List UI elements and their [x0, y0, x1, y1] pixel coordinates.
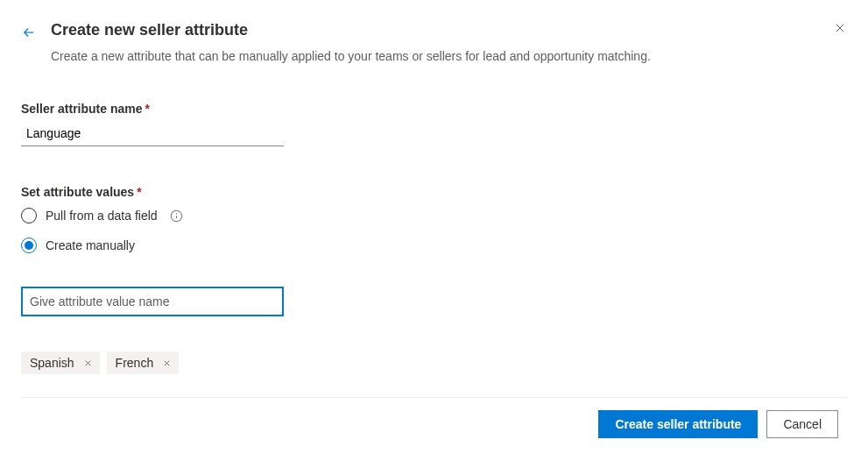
footer-separator: [21, 397, 847, 398]
tag-remove-icon[interactable]: [162, 358, 172, 368]
footer-actions: Create seller attribute Cancel: [598, 410, 838, 438]
attribute-name-input[interactable]: [21, 123, 284, 146]
panel-title: Create new seller attribute: [51, 21, 248, 39]
attribute-value-input[interactable]: [21, 287, 284, 316]
attribute-values-tags: Spanish French: [21, 351, 847, 374]
attribute-values-label: Set attribute values*: [21, 185, 847, 199]
info-icon[interactable]: [170, 209, 183, 223]
cancel-button[interactable]: Cancel: [766, 410, 838, 438]
attribute-name-label-text: Seller attribute name: [21, 102, 143, 116]
tag-item: Spanish: [21, 351, 100, 374]
radio-pull-from-field[interactable]: Pull from a data field: [21, 208, 847, 223]
tag-remove-icon[interactable]: [83, 358, 93, 368]
back-arrow-icon[interactable]: [21, 25, 37, 44]
tag-item: French: [107, 351, 180, 374]
attribute-values-section: Set attribute values* Pull from a data f…: [21, 185, 847, 374]
radio-selected-icon: [21, 238, 37, 253]
required-asterisk-icon: *: [137, 185, 141, 199]
radio-manual-label: Create manually: [46, 238, 135, 252]
radio-unselected-icon: [21, 208, 37, 223]
required-asterisk-icon: *: [145, 102, 150, 116]
panel-header: Create new seller attribute: [21, 21, 847, 44]
close-icon[interactable]: [833, 21, 847, 39]
panel-subtitle: Create a new attribute that can be manua…: [51, 49, 847, 63]
attribute-values-label-text: Set attribute values: [21, 185, 134, 199]
create-button[interactable]: Create seller attribute: [598, 410, 758, 438]
radio-create-manually[interactable]: Create manually: [21, 238, 847, 253]
radio-pull-label: Pull from a data field: [46, 209, 158, 223]
radio-dot-icon: [25, 241, 33, 250]
tag-label: French: [116, 356, 154, 370]
attribute-name-label: Seller attribute name*: [21, 102, 847, 116]
values-radio-group: Pull from a data field Create manually: [21, 208, 847, 253]
tag-label: Spanish: [30, 356, 74, 370]
attribute-name-section: Seller attribute name*: [21, 102, 847, 146]
svg-point-2: [176, 213, 177, 214]
create-seller-attribute-panel: Create new seller attribute Create a new…: [0, 0, 868, 461]
